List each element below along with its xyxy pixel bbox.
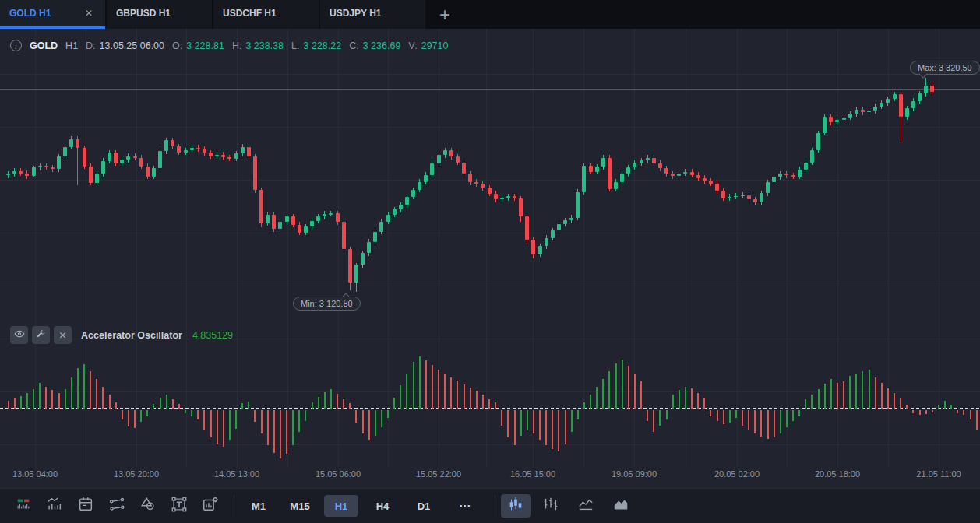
oscillator-settings-button[interactable] bbox=[32, 326, 50, 344]
time-axis-label: 14.05 13:00 bbox=[214, 469, 259, 479]
wrench-icon bbox=[36, 328, 46, 342]
oscillator-title: Accelerator Oscillator bbox=[81, 330, 182, 341]
time-axis-label: 20.05 02:00 bbox=[714, 469, 760, 479]
time-axis-label: 20.05 18:00 bbox=[815, 469, 860, 479]
time-axis-label: 16.05 15:00 bbox=[510, 469, 555, 479]
timeframe-d1-button[interactable]: D1 bbox=[407, 495, 441, 517]
area-chart-icon bbox=[612, 496, 629, 516]
timeframe-h1-button[interactable]: H1 bbox=[324, 495, 358, 517]
shapes-button[interactable] bbox=[137, 495, 159, 517]
ohlc-info-bar: i GOLD H1 D:13.05.25 06:00 O:3 228.81 H:… bbox=[10, 40, 448, 51]
timeframe-group: M1M15H1H4D1 bbox=[234, 495, 441, 517]
high-field: H:3 238.38 bbox=[232, 40, 284, 51]
time-axis-label: 15.05 06:00 bbox=[316, 469, 361, 479]
time-axis-label: 19.05 09:00 bbox=[612, 469, 657, 479]
shapes-icon bbox=[139, 496, 157, 516]
oscillator-header: ✕ Accelerator Oscillator 4.835129 bbox=[10, 326, 233, 344]
low-field: L:3 228.22 bbox=[291, 40, 341, 51]
tab-gold-h1[interactable]: GOLD H1✕ bbox=[0, 0, 105, 29]
line-chart-icon bbox=[577, 496, 594, 516]
chart-type-area-button[interactable] bbox=[606, 494, 636, 518]
open-field: O:3 228.81 bbox=[172, 40, 224, 51]
events-calendar-button[interactable] bbox=[75, 495, 97, 517]
symbol-name: GOLD bbox=[30, 40, 58, 51]
oscillator-value: 4.835129 bbox=[192, 330, 233, 341]
drawing-lines-button[interactable] bbox=[106, 495, 128, 517]
indicators-icon bbox=[46, 496, 63, 516]
chart-type-line-button[interactable] bbox=[571, 494, 601, 518]
oscillator-visibility-button[interactable] bbox=[10, 326, 28, 344]
calendar-icon bbox=[77, 496, 94, 516]
market-watch-icon bbox=[15, 496, 32, 516]
volume-field: V:29710 bbox=[408, 40, 448, 51]
indicators-button[interactable] bbox=[44, 495, 65, 517]
tab-usdjpy-h1[interactable]: USDJPY H1 bbox=[320, 0, 425, 29]
add-tab-button[interactable]: + bbox=[427, 0, 463, 29]
text-tool-icon bbox=[171, 496, 188, 516]
toolbar-separator-2 bbox=[495, 495, 495, 517]
time-axis-label: 15.05 22:00 bbox=[416, 469, 461, 479]
timeframe-m1-button[interactable]: M1 bbox=[241, 495, 276, 517]
time-axis[interactable]: 13.05 04:0013.05 20:0014.05 13:0015.05 0… bbox=[0, 0, 980, 523]
max-price-tag: Max: 3 320.59 bbox=[910, 61, 980, 75]
chart-type-bars-button[interactable] bbox=[536, 494, 566, 518]
chart-settings-button[interactable] bbox=[199, 495, 221, 517]
tab-gbpusd-h1[interactable]: GBPUSD H1 bbox=[107, 0, 212, 29]
close-field: C:3 236.69 bbox=[349, 40, 400, 51]
tab-close-icon[interactable]: ✕ bbox=[82, 6, 96, 20]
candlestick-chart-icon bbox=[507, 496, 524, 516]
close-icon: ✕ bbox=[58, 330, 66, 341]
bottom-toolbar: M1M15H1H4D1 ⋯ bbox=[0, 488, 980, 523]
bars-chart-icon bbox=[542, 496, 559, 516]
eye-icon bbox=[14, 328, 25, 342]
timeframe-h4-button[interactable]: H4 bbox=[365, 495, 400, 517]
chart-type-candlestick-button[interactable] bbox=[501, 494, 531, 518]
text-tool-button[interactable] bbox=[168, 495, 190, 517]
time-axis-label: 13.05 20:00 bbox=[114, 469, 159, 479]
chart-settings-icon bbox=[202, 496, 219, 516]
date-field: D:13.05.25 06:00 bbox=[86, 40, 164, 51]
time-axis-label: 13.05 04:00 bbox=[12, 469, 58, 479]
trading-terminal-window: 13.05 04:0013.05 20:0014.05 13:0015.05 0… bbox=[0, 0, 980, 523]
time-axis-label: 21.05 11:00 bbox=[916, 469, 961, 479]
min-price-tag: Min: 3 120.80 bbox=[293, 297, 361, 311]
tab-usdchf-h1[interactable]: USDCHF H1 bbox=[213, 0, 319, 29]
timeframe-m15-button[interactable]: M15 bbox=[283, 495, 317, 517]
tab-bar: GOLD H1✕GBPUSD H1USDCHF H1USDJPY H1+ bbox=[0, 0, 980, 29]
info-circle-icon[interactable]: i bbox=[10, 40, 22, 51]
market-watch-button[interactable] bbox=[12, 495, 34, 517]
drawing-lines-icon bbox=[108, 496, 125, 516]
symbol-timeframe: H1 bbox=[65, 40, 78, 51]
more-timeframes-button[interactable]: ⋯ bbox=[448, 495, 482, 517]
oscillator-remove-button[interactable]: ✕ bbox=[54, 326, 72, 344]
